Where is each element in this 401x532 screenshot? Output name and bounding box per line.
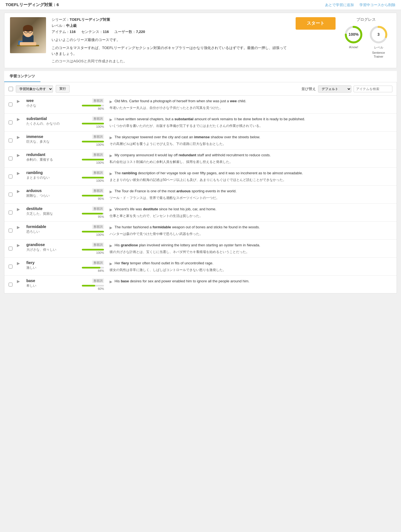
select-all-checkbox[interactable]	[9, 87, 13, 91]
vocab-pos: 形容詞	[92, 116, 104, 121]
course-desc2: このコースをマスターすれば、TOEFLリーディングセクション対策のボキャブラリー…	[52, 45, 290, 57]
vocab-word-area: wee 小さな	[26, 98, 76, 111]
action-select[interactable]: 学習対象から外す	[16, 85, 53, 93]
vocab-row: ▶︎ substantial たくさんの、かなりの 形容詞 100% ▶︎ I …	[4, 114, 397, 132]
sentence-sound-icon[interactable]: ▶︎	[110, 117, 112, 123]
vocab-reading: まとまりのない	[26, 175, 76, 180]
vocab-reading: 大げさな、仰々しい	[26, 247, 76, 252]
tab-content[interactable]: 学習コンテンツ	[4, 71, 40, 82]
vocab-checkbox[interactable]	[9, 211, 12, 214]
vocab-checkbox[interactable]	[9, 247, 12, 250]
word-sound-icon[interactable]: ▶︎	[17, 279, 20, 283]
vocab-checkbox-wrap	[9, 116, 14, 129]
vocab-sentence-area: ▶︎ His base desires for sex and power en…	[110, 278, 392, 290]
tabs-area: 学習コンテンツ	[4, 71, 397, 82]
word-sound-icon[interactable]: ▶︎	[17, 153, 20, 157]
vocab-pos-area: 形容詞 100%	[79, 134, 107, 147]
word-sound-icon[interactable]: ▶︎	[17, 207, 20, 211]
word-sound-icon[interactable]: ▶︎	[17, 135, 20, 139]
execute-button[interactable]: 実行	[56, 85, 70, 93]
vocab-sound-wrap: ▶︎	[17, 260, 24, 273]
svg-rect-4	[20, 42, 36, 45]
word-sound-icon[interactable]: ▶︎	[17, 225, 20, 229]
vocab-checkbox-wrap	[9, 98, 14, 111]
progress-bar-fill	[82, 141, 104, 142]
sentence-sound-icon[interactable]: ▶︎	[110, 153, 112, 159]
vocab-checkbox[interactable]	[9, 229, 12, 232]
sentence-sound-icon[interactable]: ▶︎	[110, 189, 112, 195]
vocab-sound-wrap: ▶︎	[17, 224, 24, 237]
vocab-sentence-en: Her fiery temper often found outlet in f…	[110, 260, 392, 266]
progress-pct: 86%	[82, 107, 104, 110]
course-series: シリーズ：TOEFLリーディング対策	[52, 17, 290, 22]
vocab-checkbox[interactable]	[9, 175, 12, 178]
vocab-progress-bar: 95%	[82, 212, 104, 218]
vocab-checkbox[interactable]	[9, 121, 12, 124]
progress-pct: 100%	[82, 179, 104, 182]
progress-bar-bg	[82, 285, 104, 287]
word-sound-icon[interactable]: ▶︎	[17, 117, 20, 121]
vocab-pos-area: 形容詞 100%	[79, 152, 107, 165]
progress-area: プログレス 100% iKnow!	[341, 17, 391, 59]
vocab-sound-wrap: ▶︎	[17, 170, 24, 183]
vocab-pos: 形容詞	[92, 278, 104, 283]
vocab-checkbox[interactable]	[9, 265, 12, 268]
sentence-sound-icon[interactable]: ▶︎	[110, 243, 112, 249]
vocab-sentence-ja: いくつかの章を書いたのだが、出版する準備が完了するまでにはまだたくさんの作業が残…	[110, 123, 392, 129]
sentence-sound-icon[interactable]: ▶︎	[110, 135, 112, 141]
vocab-sound-wrap: ▶︎	[17, 206, 24, 219]
vocab-row: ▶︎ arduous 困難な、つらい 形容詞 95% ▶︎ The Tour d…	[4, 186, 397, 204]
vocab-sentence-area: ▶︎ Vincent's life was destitute since he…	[110, 206, 392, 219]
vocab-sound-wrap: ▶︎	[17, 134, 24, 147]
sentence-sound-icon[interactable]: ▶︎	[110, 261, 112, 267]
vocab-word-area: immense 巨大な、多大な	[26, 134, 76, 147]
vocab-sentence-en: His grandiose plan involved winning the …	[110, 242, 392, 248]
vocab-checkbox[interactable]	[9, 193, 12, 196]
word-sound-icon[interactable]: ▶︎	[17, 171, 20, 175]
word-sound-icon[interactable]: ▶︎	[17, 261, 20, 265]
sort-select[interactable]: デフォルト	[318, 85, 351, 93]
word-sound-icon[interactable]: ▶︎	[17, 189, 20, 193]
vocab-word-area: base 卑しい	[26, 278, 76, 290]
progress-pct: 95%	[82, 215, 104, 218]
vocab-checkbox[interactable]	[9, 103, 12, 106]
vocab-checkbox-wrap	[9, 134, 14, 147]
word-sound-icon[interactable]: ▶︎	[17, 243, 20, 247]
vocab-word: wee	[26, 98, 76, 103]
vocab-checkbox[interactable]	[9, 157, 12, 160]
sentence-sound-icon[interactable]: ▶︎	[110, 279, 112, 285]
header-links: あとで学習に追加 学習中コースから削除	[325, 2, 395, 7]
search-input[interactable]	[354, 86, 392, 92]
trainer-level-label: レベル	[374, 45, 383, 50]
sentence-sound-icon[interactable]: ▶︎	[110, 207, 112, 213]
vocab-checkbox-wrap	[9, 260, 14, 273]
word-sound-icon[interactable]: ▶︎	[17, 99, 20, 103]
vocab-sentence-ja: ツール・ド・フランスは、世界で最も過酷なスポーツイベントの一つだ。	[110, 195, 392, 201]
progress-bar-bg	[82, 195, 104, 196]
vocab-reading: 激しい	[26, 265, 76, 270]
vocab-word: fiery	[26, 260, 76, 265]
vocab-sentence-en: His base desires for sex and power enabl…	[110, 278, 392, 284]
vocab-progress-bar: 60%	[82, 284, 104, 290]
vocab-word: immense	[26, 134, 76, 139]
add-later-link[interactable]: あとで学習に追加	[325, 2, 354, 7]
vocab-pos: 形容詞	[92, 98, 104, 103]
vocab-progress-bar: 84%	[82, 266, 104, 272]
vocab-list: ▶︎ wee 小さな 形容詞 86% ▶︎ Old Mrs. Carter fo…	[4, 96, 397, 293]
progress-bar-bg	[82, 213, 104, 214]
vocab-sentence-en: I have written several chapters, but a s…	[110, 116, 392, 122]
vocab-checkbox[interactable]	[9, 283, 12, 287]
sentence-sound-icon[interactable]: ▶︎	[110, 225, 112, 231]
vocab-sentence-area: ▶︎ Her fiery temper often found outlet i…	[110, 260, 392, 273]
vocab-sentence-ja: 彼女の気性は非常に激しく、しばしばコントロールできない怒りを激発した。	[110, 267, 392, 273]
start-button[interactable]: スタート	[296, 17, 336, 30]
remove-from-course-link[interactable]: 学習中コースから削除	[359, 2, 395, 7]
series-label: シリーズ：	[52, 17, 70, 22]
vocab-row: ▶︎ fiery 激しい 形容詞 84% ▶︎ Her fiery temper…	[4, 258, 397, 276]
sentence-sound-icon[interactable]: ▶︎	[110, 171, 112, 177]
sentence-sound-icon[interactable]: ▶︎	[110, 99, 112, 105]
vocab-checkbox[interactable]	[9, 139, 12, 142]
vocab-row: ▶︎ rambling まとまりのない 形容詞 100% ▶︎ The ramb…	[4, 168, 397, 186]
vocab-pos-area: 形容詞 100%	[79, 224, 107, 237]
vocab-word-area: destitute 欠乏した、貧困な	[26, 206, 76, 219]
